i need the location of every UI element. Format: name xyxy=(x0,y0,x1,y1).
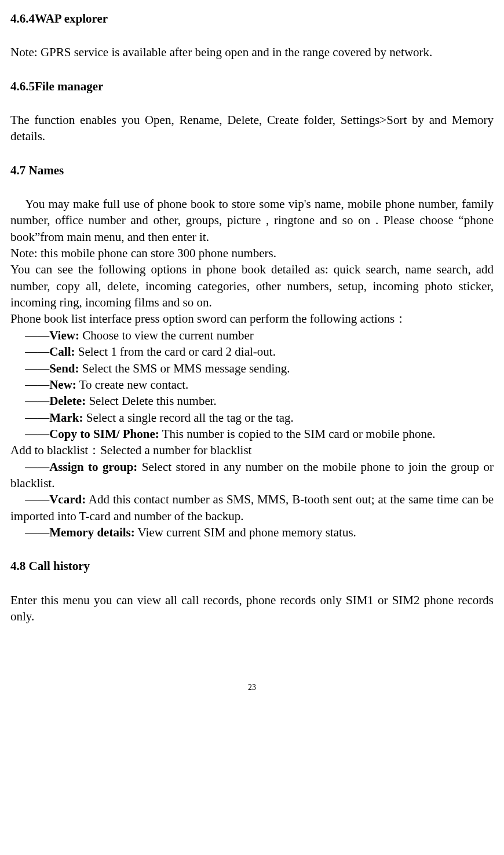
option-prefix: —— xyxy=(25,345,49,359)
heading-47: 4.7 Names xyxy=(10,162,494,178)
blacklist-line: Add to blacklist：Selected a number for b… xyxy=(10,442,494,458)
body-465: The function enables you Open, Rename, D… xyxy=(10,112,494,145)
option-vcard: ——Vcard: Add this contact number as SMS,… xyxy=(10,491,494,524)
option-label: Mark: xyxy=(49,411,83,425)
option-text: Select the SMS or MMS message sending. xyxy=(79,361,290,375)
intro-47-1: You may make full use of phone book to s… xyxy=(10,196,494,245)
option-label: Send: xyxy=(49,361,79,375)
option-prefix: —— xyxy=(25,525,49,539)
option-text: Choose to view the current number xyxy=(79,328,254,342)
intro-47-2: Note: this mobile phone can store 300 ph… xyxy=(10,245,494,261)
option-text: Select a single record all the tag or th… xyxy=(83,411,294,425)
body-48: Enter this menu you can view all call re… xyxy=(10,592,494,625)
option-label: Call: xyxy=(49,345,75,359)
intro-47-4: Phone book list interface press option s… xyxy=(10,310,494,327)
option-copy-sim: ——Copy to SIM/ Phone: This number is cop… xyxy=(10,426,494,442)
option-delete: ——Delete: Select Delete this number. xyxy=(10,393,494,409)
option-new: ——New: To create new contact. xyxy=(10,377,494,393)
option-prefix: —— xyxy=(25,492,49,506)
option-prefix: —— xyxy=(25,328,49,342)
option-prefix: —— xyxy=(25,427,49,441)
option-prefix: —— xyxy=(25,460,49,474)
option-text: View current SIM and phone memory status… xyxy=(135,525,356,539)
option-memory-details: ——Memory details: View current SIM and p… xyxy=(10,524,494,540)
option-view: ——View: Choose to view the current numbe… xyxy=(10,327,494,344)
option-text: To create new contact. xyxy=(76,378,188,392)
intro-47-3: You can see the following options in pho… xyxy=(10,261,494,310)
option-assign-group: ——Assign to group: Select stored in any … xyxy=(10,459,494,492)
heading-465: 4.6.5File manager xyxy=(10,78,494,94)
option-label: Copy to SIM/ Phone: xyxy=(49,427,159,441)
option-prefix: —— xyxy=(25,411,49,425)
option-label: Vcard: xyxy=(49,492,86,506)
option-label: View: xyxy=(49,328,79,342)
option-label: Memory details: xyxy=(49,525,135,539)
option-text: Select Delete this number. xyxy=(86,394,217,408)
body-464: Note: GPRS service is available after be… xyxy=(10,44,494,60)
option-prefix: —— xyxy=(25,378,49,392)
option-label: New: xyxy=(49,378,76,392)
option-text: Select 1 from the card or card 2 dial-ou… xyxy=(75,345,276,359)
heading-48: 4.8 Call history xyxy=(10,558,494,574)
option-prefix: —— xyxy=(25,361,49,375)
option-prefix: —— xyxy=(25,394,49,408)
option-label: Delete: xyxy=(49,394,86,408)
option-text: This number is copied to the SIM card or… xyxy=(159,427,436,441)
page-number: 23 xyxy=(10,682,494,693)
option-mark: ——Mark: Select a single record all the t… xyxy=(10,410,494,426)
heading-464: 4.6.4WAP explorer xyxy=(10,10,494,27)
option-call: ——Call: Select 1 from the card or card 2… xyxy=(10,344,494,360)
option-label: Assign to group: xyxy=(49,460,137,474)
option-send: ——Send: Select the SMS or MMS message se… xyxy=(10,360,494,377)
